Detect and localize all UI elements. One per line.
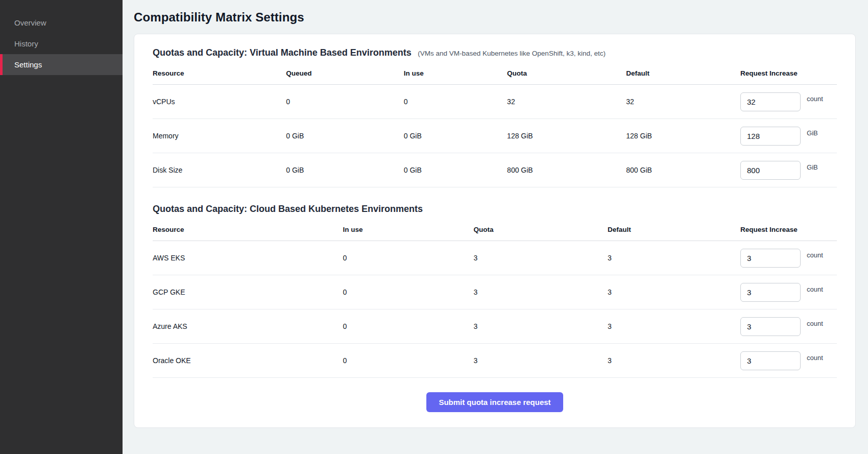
quota-cell: 128 GiB [507,119,626,153]
request-increase-cell: count [740,275,837,309]
default-cell: 3 [608,309,740,344]
default-cell: 3 [608,241,740,275]
vm-table-header-row: Resource Queued In use Quota Default Req… [153,60,837,85]
request-increase-cell: count [740,309,837,344]
default-cell: 3 [608,275,740,309]
unit-label: count [807,285,823,293]
table-row: vCPUs 0 0 32 32 count [153,85,837,119]
resource-cell: Disk Size [153,153,286,187]
default-cell: 800 GiB [626,153,740,187]
in-use-cell: 0 [343,275,474,309]
in-use-cell: 0 [404,85,507,119]
memory-quota-input[interactable] [740,127,801,146]
in-use-cell: 0 GiB [404,153,507,187]
unit-label: GiB [807,129,818,137]
default-cell: 128 GiB [626,119,740,153]
unit-label: count [807,95,823,103]
cloud-quota-table: Resource In use Quota Default Request In… [153,217,837,378]
vm-section-heading: Quotas and Capacity: Virtual Machine Bas… [153,47,837,58]
request-increase-cell: GiB [740,153,837,187]
vm-header-default: Default [626,60,740,85]
default-cell: 32 [626,85,740,119]
request-increase-cell: GiB [740,119,837,153]
cloud-section-heading: Quotas and Capacity: Cloud Based Kuberne… [153,204,837,214]
quota-cell: 3 [473,241,608,275]
resource-cell: AWS EKS [153,241,343,275]
quotas-card: Quotas and Capacity: Virtual Machine Bas… [134,34,856,428]
resource-cell: Memory [153,119,286,153]
in-use-cell: 0 [343,241,474,275]
table-row: Azure AKS 0 3 3 count [153,309,837,344]
quota-cell: 32 [507,85,626,119]
main-content: Compatibility Matrix Settings Quotas and… [123,0,868,454]
resource-cell: Azure AKS [153,309,343,344]
table-row: GCP GKE 0 3 3 count [153,275,837,309]
sidebar-item-settings[interactable]: Settings [0,54,123,75]
cloud-header-resource: Resource [153,217,343,241]
app-layout: Overview History Settings Compatibility … [0,0,868,454]
in-use-cell: 0 [343,309,474,344]
unit-label: GiB [807,163,818,171]
quota-cell: 3 [473,344,608,378]
resource-cell: GCP GKE [153,275,343,309]
vm-section-subtitle: (VMs and VM-based Kubernetes like OpenSh… [418,50,606,57]
vm-header-request-increase: Request Increase [740,60,837,85]
table-row: Disk Size 0 GiB 0 GiB 800 GiB 800 GiB Gi… [153,153,837,187]
in-use-cell: 0 [343,344,474,378]
submit-row: Submit quota increase request [153,378,837,412]
cloud-table-header-row: Resource In use Quota Default Request In… [153,217,837,241]
resource-cell: vCPUs [153,85,286,119]
vm-header-quota: Quota [507,60,626,85]
resource-cell: Oracle OKE [153,344,343,378]
disk-size-quota-input[interactable] [740,161,801,180]
sidebar-item-overview[interactable]: Overview [0,12,123,33]
unit-label: count [807,251,823,259]
sidebar: Overview History Settings [0,0,123,454]
quota-cell: 3 [473,309,608,344]
unit-label: count [807,354,823,362]
cloud-section-title: Quotas and Capacity: Cloud Based Kuberne… [153,204,423,214]
unit-label: count [807,320,823,327]
request-increase-cell: count [740,85,837,119]
azure-aks-quota-input[interactable] [740,317,801,336]
cloud-header-quota: Quota [473,217,608,241]
aws-eks-quota-input[interactable] [740,249,801,268]
quota-cell: 800 GiB [507,153,626,187]
in-use-cell: 0 GiB [404,119,507,153]
page-title: Compatibility Matrix Settings [134,10,856,25]
gcp-gke-quota-input[interactable] [740,283,801,302]
request-increase-cell: count [740,241,837,275]
vcpus-quota-input[interactable] [740,92,801,111]
vm-header-in-use: In use [404,60,507,85]
vm-header-queued: Queued [286,60,403,85]
quota-cell: 3 [473,275,608,309]
queued-cell: 0 [286,85,403,119]
cloud-header-in-use: In use [343,217,474,241]
oracle-oke-quota-input[interactable] [740,351,801,370]
vm-section-title: Quotas and Capacity: Virtual Machine Bas… [153,47,412,58]
vm-header-resource: Resource [153,60,286,85]
table-row: AWS EKS 0 3 3 count [153,241,837,275]
submit-quota-increase-button[interactable]: Submit quota increase request [426,392,563,412]
sidebar-item-history[interactable]: History [0,33,123,54]
cloud-header-default: Default [608,217,740,241]
vm-quota-table: Resource Queued In use Quota Default Req… [153,60,837,187]
default-cell: 3 [608,344,740,378]
queued-cell: 0 GiB [286,153,403,187]
table-row: Memory 0 GiB 0 GiB 128 GiB 128 GiB GiB [153,119,837,153]
queued-cell: 0 GiB [286,119,403,153]
request-increase-cell: count [740,344,837,378]
cloud-header-request-increase: Request Increase [740,217,837,241]
table-row: Oracle OKE 0 3 3 count [153,344,837,378]
